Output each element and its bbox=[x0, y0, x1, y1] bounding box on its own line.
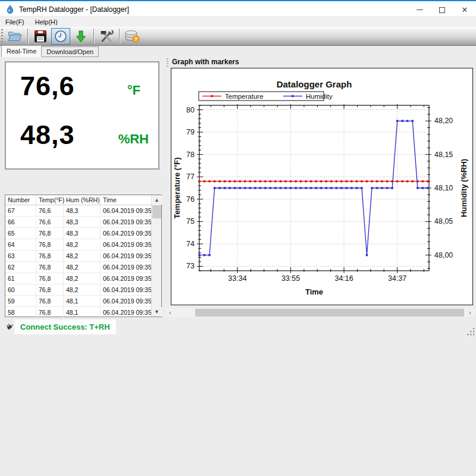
table-row[interactable]: 6276,848,206.04.2019 09:35:21 bbox=[5, 262, 151, 273]
column-header-number[interactable]: Number bbox=[5, 195, 36, 205]
graph-scrollbar-thumb[interactable] bbox=[195, 309, 464, 317]
table-cell: 06.04.2019 09:35:21 bbox=[101, 262, 151, 273]
svg-text:Temperature (°F): Temperature (°F) bbox=[173, 157, 181, 218]
svg-text:34:37: 34:37 bbox=[388, 274, 406, 283]
close-button[interactable]: ✕ bbox=[453, 2, 476, 17]
column-header-hum[interactable]: Hum (%RH) bbox=[64, 195, 101, 205]
table-cell: 48,1 bbox=[64, 307, 101, 317]
svg-text:48,15: 48,15 bbox=[434, 151, 453, 159]
humidity-unit: %RH bbox=[118, 131, 149, 147]
table-cell: 48,2 bbox=[64, 273, 101, 284]
column-header-temp[interactable]: Temp(°F) bbox=[36, 195, 64, 205]
menu-help[interactable]: Help(H) bbox=[30, 17, 63, 27]
table-row[interactable]: 6676,648,306.04.2019 09:35:29 bbox=[5, 217, 151, 228]
svg-text:48,00: 48,00 bbox=[434, 251, 453, 259]
minimize-button[interactable] bbox=[408, 2, 431, 17]
svg-text:Temperature: Temperature bbox=[225, 93, 264, 100]
table-cell: 59 bbox=[5, 296, 36, 306]
svg-text:77: 77 bbox=[186, 173, 195, 181]
table-row[interactable]: 6376,848,206.04.2019 09:35:23 bbox=[5, 250, 151, 262]
svg-text:Humidity (%RH): Humidity (%RH) bbox=[459, 159, 468, 217]
download-arrow-icon bbox=[75, 30, 87, 43]
humidity-value: 48,3 bbox=[20, 120, 75, 151]
tools-button[interactable] bbox=[97, 28, 116, 45]
table-cell: 48,2 bbox=[64, 262, 101, 273]
svg-text:33:55: 33:55 bbox=[281, 274, 300, 283]
toolbar: ? bbox=[0, 27, 476, 46]
table-cell: 58 bbox=[5, 307, 36, 317]
table-cell: 66 bbox=[5, 217, 36, 227]
graph-panel: 33:3433:5534:1634:37737475767778798048,0… bbox=[171, 68, 473, 305]
table-cell: 76,8 bbox=[36, 239, 64, 250]
svg-text:79: 79 bbox=[186, 128, 195, 136]
app-icon bbox=[5, 5, 15, 14]
table-scrollbar-thumb[interactable] bbox=[152, 205, 161, 218]
table-cell: 06.04.2019 09:35:23 bbox=[101, 250, 151, 261]
toolbar-gripper[interactable] bbox=[1, 29, 3, 43]
svg-text:Time: Time bbox=[305, 287, 323, 296]
title-bar[interactable]: TempRH Datalogger - [Datalogger] ✕ bbox=[0, 0, 476, 16]
tools-icon bbox=[99, 30, 114, 43]
temperature-unit: °F bbox=[127, 83, 140, 98]
table-cell: 76,8 bbox=[36, 296, 64, 306]
toolbar-separator bbox=[119, 29, 120, 44]
table-cell: 48,2 bbox=[64, 250, 101, 261]
table-row[interactable]: 6176,848,206.04.2019 09:35:18 bbox=[5, 273, 151, 284]
table-cell: 64 bbox=[5, 239, 36, 250]
datalogger-chart: 33:3433:5534:1634:37737475767778798048,0… bbox=[171, 68, 472, 305]
table-cell: 76,8 bbox=[36, 273, 64, 284]
download-button[interactable] bbox=[71, 28, 90, 45]
table-row[interactable]: 6576,848,306.04.2019 09:35:27 bbox=[5, 228, 151, 239]
window-title: TempRH Datalogger - [Datalogger] bbox=[19, 5, 129, 14]
table-row[interactable]: 5876,848,106.04.2019 09:35:12 bbox=[5, 307, 151, 317]
clock-icon bbox=[54, 30, 67, 43]
table-cell: 48,3 bbox=[64, 205, 101, 216]
table-cell: 76,8 bbox=[36, 228, 64, 239]
scroll-up-arrow-icon[interactable]: ▲ bbox=[152, 195, 162, 205]
table-row[interactable]: 6076,848,206.04.2019 09:35:16 bbox=[5, 284, 151, 296]
tab-real-time[interactable]: Real-Time bbox=[1, 45, 42, 57]
table-cell: 06.04.2019 09:35:27 bbox=[101, 228, 151, 239]
maximize-icon bbox=[439, 7, 445, 13]
svg-text:48,20: 48,20 bbox=[434, 117, 453, 125]
table-scrollbar[interactable]: ▲ ▼ bbox=[151, 195, 161, 317]
table-cell: 76,6 bbox=[36, 205, 64, 216]
graph-h-scrollbar[interactable]: ‹ › bbox=[165, 308, 475, 317]
table-cell: 76,8 bbox=[36, 262, 64, 273]
tab-download-open[interactable]: Download/Open bbox=[41, 46, 99, 57]
table-row[interactable]: 6776,648,306.04.2019 09:35:31 bbox=[5, 205, 151, 217]
close-icon: ✕ bbox=[462, 6, 468, 14]
database-help-button[interactable]: ? bbox=[123, 28, 142, 45]
menu-file[interactable]: File(F) bbox=[0, 17, 30, 27]
scroll-down-arrow-icon[interactable]: ▼ bbox=[152, 307, 162, 317]
svg-text:?: ? bbox=[134, 36, 138, 42]
table-cell: 06.04.2019 09:35:16 bbox=[101, 284, 151, 295]
table-cell: 48,1 bbox=[64, 296, 101, 306]
svg-text:73: 73 bbox=[186, 262, 195, 270]
table-cell: 65 bbox=[5, 228, 36, 239]
status-message: Connect Success: T+RH bbox=[14, 320, 116, 334]
scroll-left-arrow-icon[interactable]: ‹ bbox=[165, 308, 175, 317]
tab-strip: Real-TimeDownload/Open bbox=[1, 45, 98, 57]
table-row[interactable]: 5976,848,106.04.2019 09:35:14 bbox=[5, 296, 151, 307]
graph-panel-gripper[interactable] bbox=[167, 58, 168, 67]
table-header: Number Temp(°F) Hum (%RH) Time bbox=[5, 195, 161, 205]
save-button[interactable] bbox=[31, 28, 50, 45]
table-cell: 76,6 bbox=[36, 217, 64, 227]
minimize-icon bbox=[416, 10, 423, 10]
realtime-clock-button[interactable] bbox=[51, 28, 70, 45]
scroll-right-arrow-icon[interactable]: › bbox=[465, 308, 475, 317]
toolbar-separator bbox=[27, 29, 28, 44]
maximize-button[interactable] bbox=[431, 2, 453, 17]
connector-plug-icon bbox=[4, 322, 14, 331]
table-row[interactable]: 6476,848,206.04.2019 09:35:25 bbox=[5, 239, 151, 250]
save-floppy-icon bbox=[34, 30, 47, 43]
table-cell: 06.04.2019 09:35:29 bbox=[101, 217, 151, 227]
toolbar-separator bbox=[93, 29, 94, 44]
resize-grip[interactable] bbox=[466, 327, 475, 336]
svg-text:74: 74 bbox=[186, 240, 195, 248]
table-cell: 60 bbox=[5, 284, 36, 295]
table-cell: 06.04.2019 09:35:31 bbox=[101, 205, 151, 216]
table-cell: 06.04.2019 09:35:18 bbox=[101, 273, 151, 284]
open-file-button[interactable] bbox=[5, 28, 24, 45]
